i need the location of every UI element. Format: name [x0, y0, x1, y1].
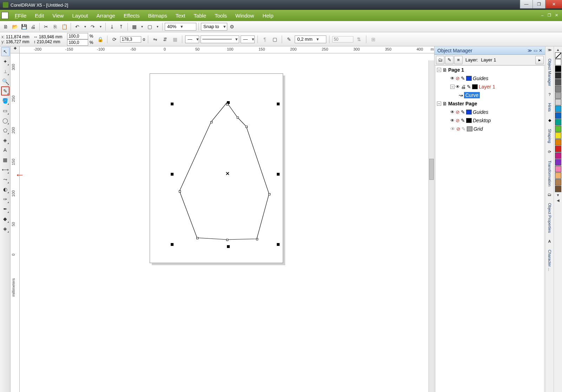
save-button[interactable]: 💾 — [20, 22, 28, 31]
color-swatch[interactable] — [555, 166, 561, 172]
zoom-level-dropdown[interactable]: 40%▾ — [165, 23, 196, 31]
color-swatch[interactable] — [555, 59, 561, 65]
color-swatch[interactable] — [555, 119, 561, 125]
doc-minimize-button[interactable]: – — [540, 13, 545, 18]
options-button[interactable]: ⚙ — [228, 22, 236, 31]
tab-shaping[interactable]: Shaping — [547, 127, 553, 145]
color-swatch[interactable] — [555, 172, 561, 179]
selection-handle[interactable] — [171, 173, 174, 176]
line-start-dropdown[interactable]: —▾ — [185, 35, 199, 43]
selection-handle[interactable] — [277, 173, 280, 176]
to-front-button[interactable]: ▢ — [270, 35, 279, 44]
object-props-icon[interactable]: 🗂 — [548, 192, 551, 197]
maximize-button[interactable]: ❐ — [532, 0, 545, 8]
import-button[interactable]: ⤓ — [108, 22, 116, 31]
pick-tool[interactable]: ↖ — [1, 47, 9, 56]
smart-fill-tool[interactable]: 🪣 — [1, 96, 9, 105]
cut-button[interactable]: ✂ — [42, 22, 50, 31]
tree-grid-layer[interactable]: 👁⊘✎ Grid — [436, 125, 544, 133]
tab-object-manager[interactable]: Object Manager — [547, 57, 553, 88]
tab-character[interactable]: Character ... — [547, 248, 553, 273]
color-swatch[interactable] — [555, 66, 561, 72]
ellipse-tool[interactable]: ◯ — [1, 116, 9, 125]
line-end-dropdown[interactable]: —▾ — [241, 35, 255, 43]
minimize-button[interactable]: — — [520, 0, 532, 8]
color-swatch[interactable] — [555, 186, 561, 192]
wrap-text-button[interactable]: ¶ — [261, 35, 269, 44]
curve-node[interactable] — [196, 237, 198, 239]
copy-button[interactable]: ⎘ — [51, 22, 59, 31]
docker-more-button[interactable]: ≫ — [548, 48, 552, 52]
export-button[interactable]: ⤒ — [117, 22, 125, 31]
no-color-swatch[interactable] — [555, 52, 561, 59]
menu-effects[interactable]: Effects — [119, 11, 144, 20]
color-swatch[interactable] — [555, 72, 561, 79]
color-swatch[interactable] — [555, 132, 561, 139]
show-object-props-button[interactable]: 🗂 — [436, 56, 444, 64]
undo-button[interactable]: ↶ — [73, 22, 81, 31]
palette-up-button[interactable]: ▲ — [556, 47, 560, 52]
selection-handle[interactable] — [171, 103, 174, 105]
docker-titlebar[interactable]: Object Manager ≫ ▭ ✕ — [434, 46, 545, 55]
object-height-field[interactable]: 210,042 mm — [37, 39, 60, 44]
open-button[interactable]: 📂 — [11, 22, 19, 31]
canvas[interactable]: ✕ — [20, 53, 434, 392]
color-swatch[interactable] — [555, 79, 561, 85]
menu-bitmaps[interactable]: Bitmaps — [144, 11, 171, 20]
color-swatch[interactable] — [555, 86, 561, 92]
eyedropper-tool[interactable]: ✑ — [1, 195, 9, 204]
line-style-dropdown[interactable]: ▾ — [201, 35, 239, 43]
menu-text[interactable]: Text — [171, 11, 190, 20]
transparency-stepper[interactable]: ⇅ — [355, 35, 363, 44]
tab-hints[interactable]: Hints — [547, 101, 553, 114]
tree-layer-1[interactable]: − 👁🖨✎ Layer 1 — [436, 83, 544, 91]
outline-tool[interactable]: ✒ — [1, 204, 9, 214]
docker-menu-button[interactable]: ▭ — [534, 48, 537, 53]
curve-node[interactable] — [179, 190, 181, 192]
tree-desktop-layer[interactable]: 👁⊘✎ Desktop — [436, 116, 544, 125]
curve-node[interactable] — [268, 193, 270, 195]
curve-node[interactable] — [226, 103, 228, 105]
vertical-scrollbar[interactable] — [429, 60, 434, 392]
paste-button[interactable]: 📋 — [60, 22, 68, 31]
new-button[interactable]: 🗎 — [1, 22, 10, 31]
menu-layout[interactable]: Layout — [68, 11, 92, 20]
object-x-field[interactable]: 111,874 mm — [6, 34, 30, 39]
connector-tool[interactable]: ⤳ — [1, 175, 9, 184]
color-swatch[interactable] — [555, 152, 561, 159]
menu-help[interactable]: Help — [258, 11, 277, 20]
ruler-origin[interactable]: ✥ — [11, 46, 20, 53]
curve-node[interactable] — [246, 126, 248, 128]
color-swatch[interactable] — [555, 159, 561, 165]
hints-icon[interactable]: ? — [548, 92, 550, 97]
menu-view[interactable]: View — [48, 11, 68, 20]
color-swatch[interactable] — [555, 106, 561, 112]
welcome-dropdown[interactable]: ▾ — [155, 25, 160, 28]
transparency-field[interactable]: 50 — [332, 36, 353, 43]
snap-to-dropdown[interactable]: Snap to▾ — [201, 23, 227, 31]
tree-master-guides[interactable]: 👁⊘✎ Guides — [436, 108, 544, 116]
menu-arrange[interactable]: Arrange — [92, 11, 119, 20]
freehand-tool[interactable]: ✎ — [1, 86, 9, 96]
welcome-button[interactable]: ▢ — [145, 22, 154, 31]
object-width-field[interactable]: 183,946 mm — [39, 34, 63, 39]
tab-object-properties[interactable]: Object Properties — [547, 201, 553, 235]
edit-across-layers-button[interactable]: ✎ — [445, 56, 453, 64]
color-swatch[interactable] — [555, 126, 561, 132]
palette-down-button[interactable]: ▼ — [556, 192, 560, 198]
ungroup-button[interactable]: ▦ — [171, 35, 179, 44]
mirror-h-button[interactable]: ⇋ — [151, 35, 159, 44]
scale-y-field[interactable]: 100,0 — [67, 39, 88, 46]
selection-handle[interactable] — [277, 103, 280, 105]
layer-manager-view-button[interactable]: ≡ — [454, 56, 463, 64]
app-launcher-button[interactable]: ▦ — [130, 22, 138, 31]
fill-tool[interactable]: ◆ — [1, 214, 9, 223]
selection-handle[interactable] — [277, 243, 280, 246]
app-launcher-dropdown[interactable]: ▾ — [139, 25, 145, 28]
crop-tool[interactable]: ⟂ — [1, 67, 9, 76]
color-swatch[interactable] — [555, 179, 561, 185]
dimension-tool[interactable]: ⟷ — [1, 165, 9, 174]
color-swatch[interactable] — [555, 139, 561, 145]
object-tree[interactable]: − 🗎 Page 1 👁⊘✎ Guides − 👁🖨✎ Layer 1 ↝ — [435, 65, 544, 392]
docker-collapse-button[interactable]: ≫ — [528, 48, 532, 53]
